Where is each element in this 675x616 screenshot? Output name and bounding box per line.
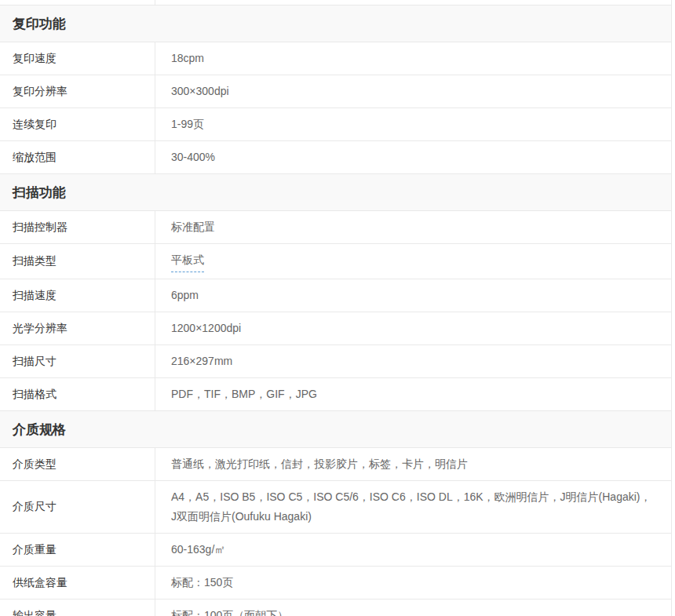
spec-label: 光学分辨率: [0, 312, 155, 344]
spec-value: PDF，TIF，BMP，GIF，JPG: [155, 378, 671, 410]
spec-label: 输出容量: [0, 600, 155, 616]
spec-label: 扫描类型: [0, 244, 155, 279]
spec-value: 标配：100页（面朝下）: [155, 600, 671, 616]
spec-value: 1-99页: [155, 108, 671, 140]
section-header: 扫描功能: [0, 174, 671, 211]
spec-label: 供纸盒容量: [0, 567, 155, 599]
spec-value: 标准配置: [155, 211, 671, 243]
spec-label: 连续复印: [0, 108, 155, 140]
spec-value: 1200×1200dpi: [155, 312, 671, 344]
section-title: 介质规格: [13, 421, 66, 439]
tooltip-term-link[interactable]: 平板式: [171, 250, 204, 272]
product-spec-page: 复印功能复印速度18cpm复印分辨率300×300dpi连续复印1-99页缩放范…: [0, 0, 675, 616]
spec-label: 复印分辨率: [0, 75, 155, 108]
spec-value: 平板式: [155, 244, 671, 279]
spec-label: 扫描速度: [0, 279, 155, 312]
spec-row: 连续复印1-99页: [0, 108, 671, 141]
spec-label: 扫描格式: [0, 378, 155, 410]
spec-value: [155, 0, 671, 5]
spec-value: 216×297mm: [155, 345, 671, 377]
spec-label: 介质尺寸: [0, 481, 155, 533]
spec-value: 普通纸，激光打印纸，信封，投影胶片，标签，卡片，明信片: [155, 448, 671, 480]
spec-value: 标配：150页: [155, 567, 671, 599]
spec-label: 复印速度: [0, 42, 155, 75]
spec-row: 扫描尺寸216×297mm: [0, 345, 671, 378]
partial-row-top: [0, 0, 671, 5]
spec-row: 复印分辨率300×300dpi: [0, 75, 671, 108]
spec-label: 扫描控制器: [0, 211, 155, 243]
spec-value: 18cpm: [155, 42, 671, 75]
spec-row: 扫描格式PDF，TIF，BMP，GIF，JPG: [0, 378, 671, 411]
spec-label: 介质重量: [0, 534, 155, 566]
spec-row: 扫描速度6ppm: [0, 279, 671, 312]
spec-value: 300×300dpi: [155, 75, 671, 108]
spec-row: 介质类型普通纸，激光打印纸，信封，投影胶片，标签，卡片，明信片: [0, 448, 671, 481]
spec-row: 扫描控制器标准配置: [0, 211, 671, 244]
section-title: 扫描功能: [13, 184, 66, 202]
spec-row: 介质尺寸A4，A5，ISO B5，ISO C5，ISO C5/6，ISO C6，…: [0, 481, 671, 534]
spec-row: 供纸盒容量标配：150页: [0, 567, 671, 600]
spec-value: 30-400%: [155, 141, 671, 173]
section-header: 介质规格: [0, 411, 671, 448]
spec-label: 介质类型: [0, 448, 155, 480]
spec-row: 光学分辨率1200×1200dpi: [0, 312, 671, 345]
spec-row: 介质重量60-163g/㎡: [0, 534, 671, 567]
spec-label: 缩放范围: [0, 141, 155, 173]
spec-label: 扫描尺寸: [0, 345, 155, 377]
spec-table: 复印功能复印速度18cpm复印分辨率300×300dpi连续复印1-99页缩放范…: [0, 0, 672, 616]
spec-value: 6ppm: [155, 279, 671, 312]
spec-value: 60-163g/㎡: [155, 534, 671, 566]
spec-row: 缩放范围30-400%: [0, 141, 671, 174]
spec-label: [0, 0, 155, 5]
spec-value: A4，A5，ISO B5，ISO C5，ISO C5/6，ISO C6，ISO …: [155, 481, 671, 533]
spec-row: 复印速度18cpm: [0, 42, 671, 75]
spec-row: 输出容量标配：100页（面朝下）: [0, 600, 671, 616]
spec-row: 扫描类型平板式: [0, 244, 671, 279]
section-header: 复印功能: [0, 5, 671, 42]
section-title: 复印功能: [13, 15, 66, 33]
